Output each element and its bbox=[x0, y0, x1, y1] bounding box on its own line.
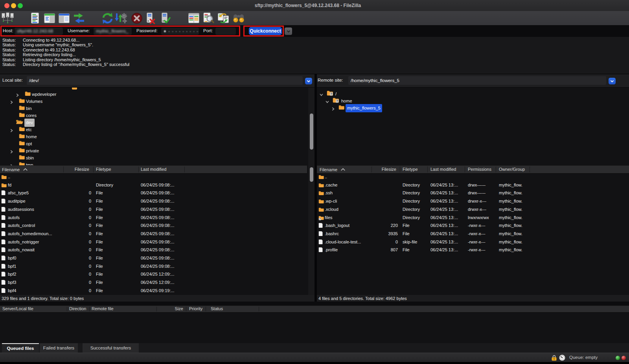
find-files-icon[interactable] bbox=[202, 12, 214, 26]
column-header-2[interactable]: Filetype bbox=[96, 166, 111, 173]
tree-item-Volumes[interactable]: Volumes bbox=[0, 97, 314, 104]
file-row-bpf2[interactable]: bpf20File06/24/25 12:09:... bbox=[0, 270, 314, 278]
file-row-autofs-homedirmoun-[interactable]: autofs_homedirmoun...0File06/24/25 09:08… bbox=[0, 230, 314, 238]
file-row--[interactable]: .. bbox=[317, 173, 629, 181]
column-separator[interactable] bbox=[259, 307, 259, 311]
column-separator[interactable] bbox=[465, 166, 465, 172]
file-row-afsc-type5[interactable]: afsc_type50File06/24/25 09:08:... bbox=[0, 189, 314, 197]
file-row-autofs-notrigger[interactable]: autofs_notrigger0File06/24/25 09:08:... bbox=[0, 238, 314, 246]
column-separator[interactable] bbox=[67, 307, 67, 311]
file-row-bpf0[interactable]: bpf00File06/24/25 09:08:... bbox=[0, 254, 314, 262]
column-header-1[interactable]: Filesize bbox=[372, 166, 396, 173]
local-site-dropdown[interactable] bbox=[305, 78, 312, 84]
file-row-bpf3[interactable]: bpf30File06/24/25 12:09:... bbox=[0, 278, 314, 287]
quickconnect-button[interactable]: Quickconnect bbox=[249, 27, 282, 35]
column-header-2[interactable]: Filetype bbox=[403, 166, 418, 173]
tab-successful-transfers[interactable]: Successful transfers bbox=[83, 343, 139, 353]
queue-column-0[interactable]: Server/Local file bbox=[2, 306, 33, 312]
column-separator[interactable] bbox=[184, 166, 185, 172]
tree-item-mythic-flowers-5[interactable]: mythic_flowers_5 bbox=[317, 104, 629, 111]
column-header-3[interactable]: Last modified bbox=[430, 166, 456, 173]
synchronized-browsing-icon[interactable] bbox=[217, 12, 229, 26]
column-header-4[interactable]: Permissions bbox=[468, 166, 491, 173]
file-row-bpf1[interactable]: bpf10File06/24/25 09:08:... bbox=[0, 262, 314, 271]
local-tree-scrollbar[interactable] bbox=[310, 113, 313, 150]
toggle-local-tree-icon[interactable] bbox=[44, 12, 55, 26]
username-input[interactable]: mythic_flowers_ bbox=[94, 27, 132, 35]
queue-column-2[interactable]: Remote file bbox=[92, 306, 114, 312]
file-row-auditpipe[interactable]: auditpipe0File06/24/25 09:08:... bbox=[0, 197, 314, 205]
minimize-window-button[interactable] bbox=[11, 3, 16, 8]
file-row--cache[interactable]: .cacheDirectory06/24/25 13:...drwx------… bbox=[317, 181, 629, 189]
file-row--ssh[interactable]: .sshDirectory06/24/25 13:...drwx------my… bbox=[317, 189, 629, 197]
file-row--profile[interactable]: .profile807File06/24/25 13:...-rwxr-x---… bbox=[317, 246, 629, 254]
tab-failed-transfers[interactable]: Failed transfers bbox=[40, 343, 78, 353]
process-queue-icon[interactable] bbox=[114, 12, 127, 26]
column-separator[interactable] bbox=[400, 166, 400, 172]
tree-item-home[interactable]: home bbox=[0, 132, 314, 139]
column-separator[interactable] bbox=[93, 166, 94, 172]
tree-item-home[interactable]: ?home bbox=[317, 97, 629, 104]
cancel-icon[interactable] bbox=[131, 12, 143, 26]
file-row--bashrc[interactable]: .bashrc3935File06/24/25 13:...-rwxr-x---… bbox=[317, 230, 629, 238]
host-input[interactable]: sftp//49.12.243.68 bbox=[15, 27, 63, 35]
tree-item-dev[interactable]: dev bbox=[0, 118, 314, 125]
port-input[interactable] bbox=[215, 27, 236, 35]
tree-item-cores[interactable]: cores bbox=[0, 111, 314, 118]
column-separator[interactable] bbox=[89, 307, 90, 311]
site-manager-icon[interactable] bbox=[1, 12, 15, 26]
expander-right-icon[interactable] bbox=[331, 106, 335, 113]
disconnect-icon[interactable] bbox=[144, 12, 156, 26]
quickconnect-dropdown-button[interactable] bbox=[285, 27, 292, 35]
tree-item--[interactable]: ?/ bbox=[317, 90, 629, 97]
column-separator[interactable] bbox=[496, 166, 496, 172]
column-separator[interactable] bbox=[63, 166, 64, 172]
remote-site-dropdown[interactable] bbox=[609, 78, 616, 84]
directory-comparison-icon[interactable] bbox=[188, 12, 200, 26]
column-separator[interactable] bbox=[427, 166, 428, 172]
file-row-fd[interactable]: fdDirectory06/24/25 09:08:... bbox=[0, 181, 314, 189]
tree-item-opt[interactable]: opt bbox=[0, 139, 314, 146]
local-site-path[interactable]: /dev/ bbox=[27, 76, 303, 85]
file-row-files[interactable]: filesDirectory06/24/25 13:...lrwxrwxrwxm… bbox=[317, 214, 629, 222]
close-window-button[interactable] bbox=[4, 3, 9, 8]
queue-column-3[interactable]: Size bbox=[157, 306, 183, 312]
file-row--cloud-locale-test-[interactable]: .cloud-locale-test...0skip-file06/24/25 … bbox=[317, 238, 629, 246]
file-search-icon[interactable] bbox=[232, 12, 245, 26]
tree-item-bin[interactable]: bin bbox=[0, 104, 314, 111]
column-separator[interactable] bbox=[530, 166, 530, 172]
toggle-transfer-queue-icon[interactable] bbox=[73, 12, 85, 26]
toggle-log-view-icon[interactable] bbox=[29, 12, 41, 26]
password-input[interactable]: ● - - - - - - - - - - bbox=[161, 27, 199, 35]
speed-limits-icon[interactable] bbox=[559, 355, 565, 362]
column-header-1[interactable]: Filesize bbox=[65, 166, 89, 173]
queue-column-1[interactable]: Direction bbox=[69, 306, 86, 312]
column-separator[interactable] bbox=[138, 166, 139, 172]
column-header-0[interactable]: Filename bbox=[2, 166, 28, 173]
column-header-3[interactable]: Last modified bbox=[141, 166, 166, 173]
queue-column-5[interactable]: Status bbox=[211, 306, 223, 312]
file-row--xcloud[interactable]: .xcloudDirectory06/24/25 13:...drwxr-x--… bbox=[317, 205, 629, 214]
file-row-bpf4[interactable]: bpf40File06/24/25 09:19:... bbox=[0, 287, 314, 295]
file-row-autofs-control[interactable]: autofs_control0File06/24/25 09:08:... bbox=[0, 221, 314, 230]
tab-queued-files[interactable]: Queued files bbox=[2, 343, 39, 353]
file-row--wp-cli[interactable]: .wp-cliDirectory06/24/25 13:...drwxr-x--… bbox=[317, 197, 629, 205]
file-row-autofs-nowait[interactable]: autofs_nowait0File06/24/25 09:08:... bbox=[0, 246, 314, 254]
toggle-remote-tree-icon[interactable] bbox=[58, 12, 70, 26]
reconnect-icon[interactable] bbox=[159, 12, 171, 26]
file-row-autofs[interactable]: autofs0File06/24/25 09:08:... bbox=[0, 214, 314, 222]
file-row--bash-logout[interactable]: .bash_logout220File06/24/25 13:...-rwxr-… bbox=[317, 221, 629, 230]
column-separator[interactable] bbox=[372, 166, 372, 172]
file-row-auditsessions[interactable]: auditsessions0File06/24/25 09:08:... bbox=[0, 205, 314, 214]
remote-site-path[interactable]: /home/mythic_flowers_5 bbox=[348, 76, 606, 85]
tree-item-private[interactable]: private bbox=[0, 146, 314, 154]
file-row--[interactable]: .. bbox=[0, 173, 314, 181]
local-list-scrollbar[interactable] bbox=[310, 167, 313, 182]
tree-item-etc[interactable]: etc bbox=[0, 125, 314, 132]
tree-item-sbin[interactable]: sbin bbox=[0, 154, 314, 161]
column-header-0[interactable]: Filename bbox=[320, 166, 345, 173]
queue-column-4[interactable]: Priority bbox=[189, 306, 202, 312]
column-separator[interactable] bbox=[206, 307, 206, 311]
column-header-5[interactable]: Owner/Group bbox=[499, 166, 525, 173]
zoom-window-button[interactable] bbox=[18, 3, 23, 8]
